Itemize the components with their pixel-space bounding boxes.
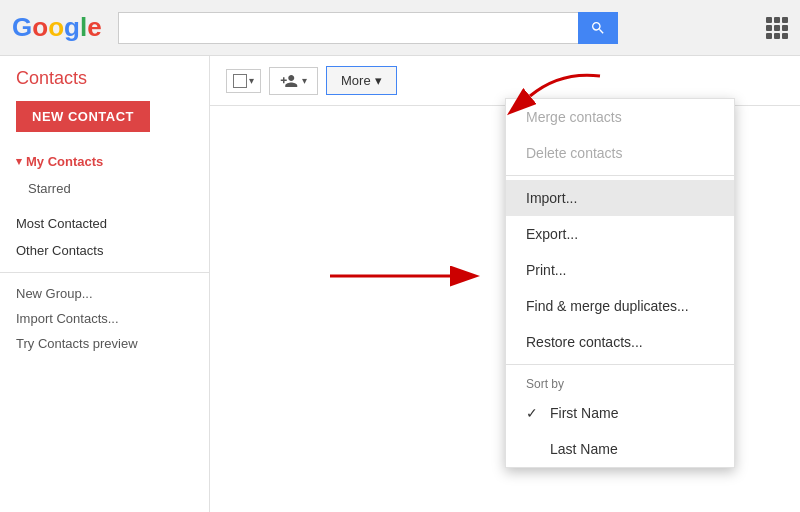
search-button[interactable] <box>578 12 618 44</box>
sidebar-item-my-contacts[interactable]: ▾ My Contacts <box>0 148 209 175</box>
dropdown-item-print[interactable]: Print... <box>506 252 734 288</box>
dropdown-item-first-name[interactable]: ✓ First Name <box>506 395 734 431</box>
toolbar: ▾ ▾ More ▾ Merge contacts Delete contact… <box>210 56 800 106</box>
search-bar <box>118 12 618 44</box>
sidebar-item-other-contacts[interactable]: Other Contacts <box>0 237 209 264</box>
checkbox-caret-icon: ▾ <box>249 75 254 86</box>
dropdown-item-import[interactable]: Import... <box>506 180 734 216</box>
add-person-button[interactable]: ▾ <box>269 67 318 95</box>
checkmark-empty-icon <box>526 441 542 457</box>
content-area: ▾ ▾ More ▾ Merge contacts Delete contact… <box>210 56 800 512</box>
main-area: Contacts NEW CONTACT ▾ My Contacts Starr… <box>0 56 800 512</box>
select-all-checkbox[interactable]: ▾ <box>226 69 261 93</box>
add-person-caret-icon: ▾ <box>302 75 307 86</box>
more-button[interactable]: More ▾ <box>326 66 397 95</box>
dropdown-item-restore[interactable]: Restore contacts... <box>506 324 734 360</box>
sidebar-item-import-contacts[interactable]: Import Contacts... <box>0 306 209 331</box>
sidebar-section-contacts: ▾ My Contacts Starred <box>0 148 209 202</box>
top-right <box>754 17 788 39</box>
dropdown-item-last-name[interactable]: Last Name <box>506 431 734 467</box>
dropdown-item-merge-contacts[interactable]: Merge contacts <box>506 99 734 135</box>
dropdown-menu: Merge contacts Delete contacts Import...… <box>505 98 735 468</box>
sidebar-title: Contacts <box>0 68 209 101</box>
search-input[interactable] <box>118 12 578 44</box>
sidebar-item-most-contacted[interactable]: Most Contacted <box>0 210 209 237</box>
add-person-icon <box>280 72 298 90</box>
top-bar: Google <box>0 0 800 56</box>
sidebar: Contacts NEW CONTACT ▾ My Contacts Starr… <box>0 56 210 512</box>
sort-by-label: Sort by <box>506 369 734 395</box>
dropdown-item-find-merge[interactable]: Find & merge duplicates... <box>506 288 734 324</box>
google-logo: Google <box>12 12 102 43</box>
dropdown-divider-2 <box>506 364 734 365</box>
dropdown-item-export[interactable]: Export... <box>506 216 734 252</box>
dropdown-item-delete-contacts[interactable]: Delete contacts <box>506 135 734 171</box>
apps-icon[interactable] <box>766 17 788 39</box>
checkmark-icon: ✓ <box>526 405 542 421</box>
sidebar-item-new-group[interactable]: New Group... <box>0 281 209 306</box>
checkbox-icon <box>233 74 247 88</box>
dropdown-divider-1 <box>506 175 734 176</box>
sidebar-divider <box>0 272 209 273</box>
expand-arrow-icon: ▾ <box>16 155 22 168</box>
search-icon <box>590 20 606 36</box>
sidebar-item-contacts-preview[interactable]: Try Contacts preview <box>0 331 209 356</box>
sidebar-item-starred[interactable]: Starred <box>0 175 209 202</box>
new-contact-button[interactable]: NEW CONTACT <box>16 101 150 132</box>
